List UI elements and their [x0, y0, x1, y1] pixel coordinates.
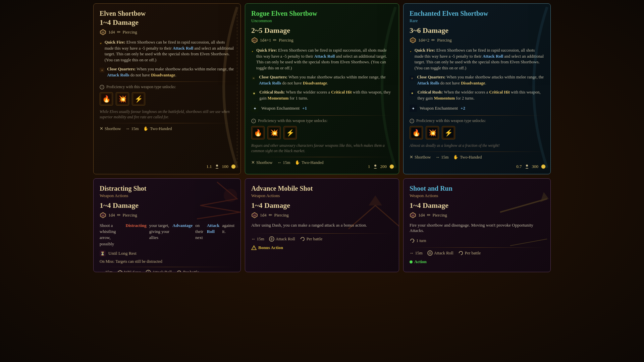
enchantment-row: ✦ Weapon Enchantment +1 [251, 105, 393, 112]
hands-stat: ✋ Two-Handed [295, 160, 323, 165]
svg-text:⚔: ⚔ [411, 77, 413, 80]
dice-icon: d4 [100, 29, 106, 36]
unlock-icons: 🔥 💥 ⚡ [251, 126, 393, 139]
quick-fire-text: Quick Fire: Elven Shortbows can be fired… [415, 48, 544, 71]
unlock-icon-3: ⚡ [283, 126, 297, 139]
damage-slash: ✏ [117, 213, 121, 218]
svg-text:d4+2: d4+2 [411, 40, 415, 42]
per-battle-stat: Per battle [458, 250, 481, 256]
action-label: Bonus Action [258, 245, 283, 250]
proficiency-icon: ? [100, 85, 104, 89]
damage-type: Piercing [279, 38, 293, 43]
unlock-icon-3: ⚡ [442, 126, 455, 139]
until-rest-text: Until Long Rest [108, 251, 137, 256]
damage-dice: 1d4+1 [260, 38, 271, 43]
svg-text:🔥: 🔥 [412, 129, 421, 137]
enchantment-label: Weapon Enchantment [420, 106, 458, 111]
weapon-type-stat: ✕ Shortbow [251, 160, 273, 165]
person-icon [215, 164, 219, 169]
action-label: Action [414, 259, 427, 264]
svg-text:⚡: ⚡ [135, 95, 143, 103]
svg-text:💥: 💥 [428, 129, 437, 137]
rarity-badge: Rare [410, 18, 544, 23]
unlock-icon-2: 💥 [426, 126, 439, 139]
weight: 1.1 [206, 164, 212, 169]
enchanted-elven-shortbow-card: Enchanted Elven Shortbow Rare 3~6 Damage… [403, 3, 551, 174]
close-quarters-ability: ⚔ Close Quarters: When you make shortbow… [410, 74, 544, 86]
on-miss-text: On Miss: Targets can still be distracted [100, 259, 234, 264]
svg-text:?: ? [411, 120, 413, 123]
attack-icon [427, 250, 433, 256]
warning-icon: ! [251, 245, 257, 250]
damage-dice: 1d4 [418, 213, 425, 218]
unlock-icon-2: 💥 [116, 92, 129, 106]
svg-text:d4: d4 [254, 214, 256, 217]
svg-text:⚔: ⚔ [101, 69, 103, 72]
dice-icon: d4 [251, 212, 258, 219]
svg-point-55 [541, 165, 545, 169]
card-title: Rogue Elven Shortbow [251, 10, 393, 17]
damage-dice: 1d4 [108, 213, 115, 218]
proficiency-icon: ? [251, 119, 256, 123]
proficiency-label: ? Proficiency with this weapon type unlo… [100, 84, 234, 89]
close-quarters-ability: ⚔ Close Quarters: When you make shortbow… [251, 74, 393, 86]
attack-stat: Attack Roll [269, 236, 295, 242]
gold: 200 [380, 164, 387, 169]
critical-rush-icon: ★ [410, 89, 415, 97]
svg-text:⚡: ⚡ [410, 51, 412, 52]
weight-gold: 1 200 [368, 164, 394, 169]
divider [410, 247, 544, 248]
range-stat: ↔ 15m [100, 270, 113, 272]
proficiency-label: ? Proficiency with this weapon type unlo… [251, 118, 393, 123]
svg-text:d4: d4 [102, 31, 105, 34]
quick-fire-icon: ⚡ [410, 48, 412, 55]
weight-gold: 1.1 100 [206, 164, 236, 169]
advance-mobile-shot-card: Advance Mobile Shot Weapon Actions 1~4 D… [245, 178, 399, 272]
damage-slash: ✏ [117, 29, 121, 35]
unlock-icon-1: 🔥 [100, 92, 113, 106]
close-quarters-icon: ⚔ [410, 74, 414, 82]
svg-text:d4: d4 [412, 214, 415, 217]
divider [100, 267, 234, 267]
damage-header: 2~5 Damage [251, 26, 393, 35]
unlock-icon-1: 🔥 [251, 126, 265, 139]
unlock-icon-3: ⚡ [132, 92, 145, 106]
description-text: Shoot a whistling arrow, possibly Distra… [100, 223, 234, 247]
enchantment-row: ✦ Weapon Enchantment +2 [410, 105, 544, 112]
damage-header: 1~4 Damage [410, 201, 544, 210]
dice-icon: d4 [410, 212, 416, 219]
action-badge: ! Bonus Action [251, 245, 283, 250]
svg-text:d4: d4 [102, 214, 105, 217]
per-battle-stat: Per battle [176, 270, 199, 272]
hands-stat: ✋ Two-Handed [453, 155, 482, 160]
svg-marker-77 [413, 240, 415, 241]
close-quarters-text: Close Quarters: When you make shortbow a… [259, 74, 393, 86]
card-subtitle: Weapon Actions [410, 193, 544, 198]
shield-icon [117, 270, 123, 272]
card-title: Distracting Shot [100, 185, 234, 192]
close-quarters-text: Close Quarters: When you make shortbow a… [417, 74, 544, 86]
svg-text:🔥: 🔥 [102, 95, 111, 103]
stats-row: ↔ 15m WIS Save Attack Roll [100, 270, 234, 272]
card-title: Enchanted Elven Shortbow [410, 10, 544, 17]
range-icon: ↔ [126, 126, 130, 131]
turn-stat-row: 1 turn [410, 238, 544, 243]
svg-text:d4+1: d4+1 [253, 40, 257, 42]
lore-text: Almost as deadly as a longbow at a fract… [410, 143, 544, 148]
description-text: After using Dash, you can make a ranged … [251, 223, 393, 228]
person-icon [525, 164, 529, 169]
svg-point-35 [390, 165, 394, 169]
damage-header: 1~4 Damage [100, 18, 234, 27]
divider [251, 233, 393, 234]
unlock-icons: 🔥 💥 ⚡ [100, 92, 234, 106]
action-badge: Action [410, 259, 427, 264]
svg-text:!: ! [254, 247, 255, 250]
hourglass-icon: ⏳ [100, 250, 106, 256]
card-title: Elven Shortbow [100, 10, 234, 17]
enchantment-value: +2 [461, 106, 465, 111]
damage-slash: ✏ [273, 38, 277, 43]
damage-type: Piercing [433, 213, 447, 218]
attack-stat: Attack Roll [427, 250, 453, 256]
gold-icon [389, 164, 394, 169]
range-stat: ↔ 15m [277, 160, 290, 165]
